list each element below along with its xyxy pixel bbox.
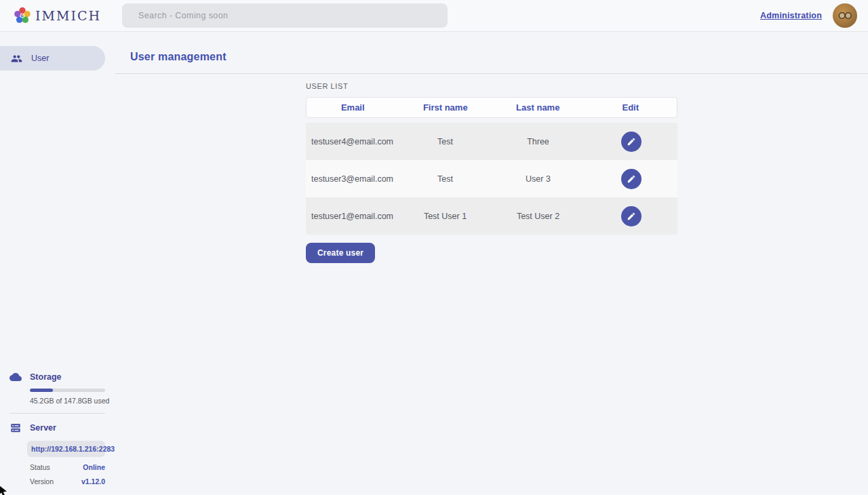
cloud-icon <box>9 371 22 383</box>
status-label: Status <box>30 463 50 471</box>
server-title: Server <box>30 423 56 433</box>
sidebar: User Storage 45.2GB of 147.8GB used <box>0 32 115 495</box>
page-title: User management <box>115 32 868 63</box>
edit-user-button[interactable] <box>621 206 642 226</box>
storage-title: Storage <box>30 372 62 382</box>
cell-first-name: Test <box>399 174 492 184</box>
cell-last-name: User 3 <box>492 174 585 184</box>
edit-user-button[interactable] <box>621 132 642 152</box>
edit-user-button[interactable] <box>621 169 642 189</box>
immich-logo-icon <box>14 7 31 24</box>
pencil-icon <box>627 212 636 221</box>
title-divider <box>115 73 868 74</box>
table-row: testuser3@email.com Test User 3 <box>306 160 677 197</box>
pencil-icon <box>627 174 636 184</box>
storage-usage-text: 45.2GB of 147.8GB used <box>30 397 115 405</box>
server-icon <box>9 422 22 434</box>
cell-email: testuser3@email.com <box>306 174 399 184</box>
column-header-first-name: First name <box>399 102 492 113</box>
storage-section-header: Storage <box>0 371 115 383</box>
cell-first-name: Test <box>399 137 492 146</box>
user-table: testuser4@email.com Test Three testuser3… <box>306 123 677 235</box>
column-header-edit: Edit <box>585 102 677 113</box>
top-navbar: IMMICH Administration <box>0 0 868 32</box>
cell-last-name: Test User 2 <box>492 212 585 221</box>
status-value: Online <box>83 463 105 471</box>
user-avatar[interactable] <box>833 3 857 28</box>
sidebar-divider <box>9 413 105 414</box>
create-user-button[interactable]: Create user <box>306 243 375 263</box>
sidebar-item-user[interactable]: User <box>0 46 105 71</box>
brand[interactable]: IMMICH <box>14 7 122 24</box>
cell-email: testuser1@email.com <box>306 212 399 221</box>
storage-progress-bar <box>30 389 105 392</box>
column-header-last-name: Last name <box>492 102 585 113</box>
server-status-row: Status Online <box>30 463 105 471</box>
table-row: testuser1@email.com Test User 1 Test Use… <box>306 197 677 235</box>
column-header-email: Email <box>307 102 399 113</box>
storage-progress-fill <box>30 389 53 392</box>
table-row: testuser4@email.com Test Three <box>306 123 677 160</box>
cell-email: testuser4@email.com <box>306 137 399 146</box>
version-value: v1.12.0 <box>81 477 105 486</box>
server-url-chip: http://192.168.1.216:2283 <box>27 441 105 457</box>
search-input[interactable] <box>122 3 448 28</box>
brand-name: IMMICH <box>35 8 101 23</box>
user-list-label: USER LIST <box>306 82 677 90</box>
cell-first-name: Test User 1 <box>399 212 492 221</box>
glasses-icon <box>836 7 854 24</box>
server-version-row: Version v1.12.0 <box>30 477 105 486</box>
cell-last-name: Three <box>492 137 585 146</box>
sidebar-item-label: User <box>31 54 49 63</box>
main-content: User management USER LIST Email First na… <box>115 32 868 495</box>
server-section-header: Server <box>0 422 115 434</box>
pencil-icon <box>627 137 636 146</box>
version-label: Version <box>30 477 54 486</box>
users-icon <box>11 53 22 64</box>
table-header: Email First name Last name Edit <box>306 97 677 118</box>
administration-link[interactable]: Administration <box>760 11 822 20</box>
mouse-cursor <box>0 484 12 495</box>
